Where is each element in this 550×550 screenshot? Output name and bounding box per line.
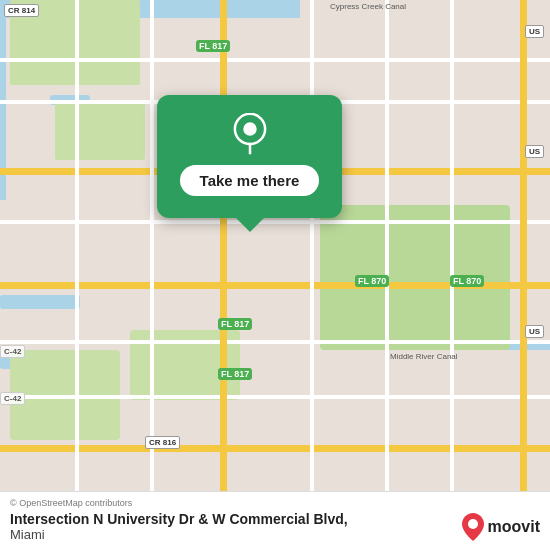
moovit-text: moovit xyxy=(488,518,540,536)
label-cr814: CR 814 xyxy=(4,4,39,17)
road-v-2 xyxy=(150,0,154,550)
road-v-1 xyxy=(75,0,79,550)
road-v-3 xyxy=(310,0,314,550)
water-patch-1 xyxy=(0,295,80,309)
road-v-university xyxy=(220,0,227,550)
road-h-1 xyxy=(0,58,550,62)
moovit-pin-icon xyxy=(462,513,484,541)
road-h-5 xyxy=(0,395,550,399)
label-fl870-right: FL 870 xyxy=(450,275,484,287)
location-name: Intersection N University Dr & W Commerc… xyxy=(10,511,454,527)
label-fl817-mid2: FL 817 xyxy=(218,318,252,330)
label-cr816: CR 816 xyxy=(145,436,180,449)
road-h-cr816 xyxy=(0,445,550,452)
moovit-logo: moovit xyxy=(462,513,540,541)
road-h-4 xyxy=(0,340,550,344)
label-cypress-creek: Cypress Creek Canal xyxy=(330,2,406,11)
map-container: FL 817 FL 817 FL 817 FL 817 FL 870 FL 87… xyxy=(0,0,550,550)
label-us-mid: US xyxy=(525,145,544,158)
label-us-bot: US xyxy=(525,325,544,338)
label-us-top: US xyxy=(525,25,544,38)
svg-point-2 xyxy=(468,519,478,529)
label-middle-river: Middle River Canal xyxy=(390,352,458,361)
road-h-3 xyxy=(0,220,550,224)
label-fl870-left: FL 870 xyxy=(355,275,389,287)
label-c42-bot: C-42 xyxy=(0,392,25,405)
location-pin-icon xyxy=(229,113,271,155)
popup-card[interactable]: Take me there xyxy=(157,95,342,218)
green-mid-left xyxy=(55,100,145,160)
bottom-bar: © OpenStreetMap contributors Intersectio… xyxy=(0,491,550,550)
label-fl817-bot: FL 817 xyxy=(218,368,252,380)
road-v-us1 xyxy=(520,0,527,550)
svg-point-1 xyxy=(243,122,256,135)
take-me-there-button[interactable]: Take me there xyxy=(180,165,320,196)
map-attribution: © OpenStreetMap contributors xyxy=(10,498,540,508)
label-c42-top: C-42 xyxy=(0,345,25,358)
label-fl817-top: FL 817 xyxy=(196,40,230,52)
location-city: Miami xyxy=(10,527,454,542)
location-text: Intersection N University Dr & W Commerc… xyxy=(10,511,454,542)
location-row: Intersection N University Dr & W Commerc… xyxy=(10,511,540,542)
